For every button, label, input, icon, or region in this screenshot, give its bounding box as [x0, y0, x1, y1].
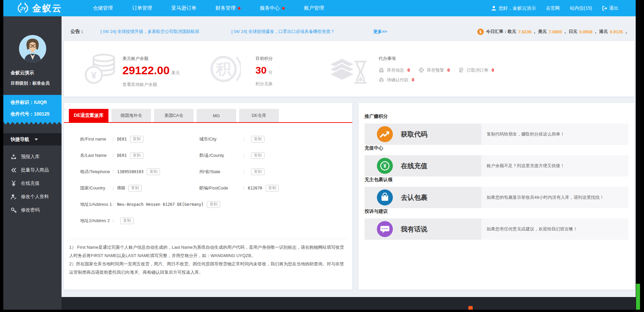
- sidebar-level: 目前级别：标准会员: [11, 80, 50, 86]
- menu-item-amazon-orders[interactable]: 亚马逊订单: [171, 5, 196, 11]
- greeting-text: 您好，金蚁云演示: [499, 5, 536, 11]
- sidebar-item-label: 修改密码: [21, 207, 40, 213]
- todo-label: 库存信息: [387, 67, 404, 73]
- logout-link[interactable]: 退出: [602, 5, 618, 11]
- menu-item-account[interactable]: 账户管理: [304, 5, 324, 11]
- field-value: Neu-Anspach Hessen 61267 DE[Germany]: [117, 202, 204, 207]
- menu-item-orders[interactable]: 订单管理: [132, 5, 152, 11]
- balance-unit: 美元: [171, 70, 180, 75]
- todo-label: 已取消订单: [467, 67, 488, 73]
- copy-button[interactable]: 复制: [207, 201, 220, 208]
- notification-dot: [282, 7, 285, 10]
- tab-mg-warehouse[interactable]: MG: [197, 109, 236, 122]
- menu-label: 财务管理: [216, 5, 236, 11]
- todo-item-pending-payment[interactable]: 待确认付款 0: [379, 77, 414, 83]
- menu-label: 亚马逊订单: [171, 5, 196, 11]
- sidebar-item-label: 修改个人资料: [21, 194, 49, 200]
- promo-header-recharge: 充值中心: [365, 145, 383, 151]
- field-value: 612670: [248, 186, 262, 190]
- rates-label: 今日汇率：: [486, 29, 508, 35]
- menu-item-finance[interactable]: 财务管理: [216, 5, 241, 11]
- user-greeting[interactable]: 您好，金蚁云演示: [491, 5, 536, 11]
- brand-logo-icon: JY: [17, 2, 29, 15]
- scrollbar-track[interactable]: [636, 0, 640, 312]
- points-exchange-link[interactable]: 积分兑换: [255, 81, 273, 87]
- navbar-right: 您好，金蚁云演示 去官网 站内信(15) 退出: [491, 5, 618, 11]
- announcement-more-link[interactable]: 更多>>: [373, 29, 387, 35]
- site-mail-link[interactable]: 站内信(15): [570, 5, 592, 11]
- menu-item-service-center[interactable]: 服务中心: [260, 5, 285, 11]
- key-icon: [11, 207, 17, 213]
- sidebar-item-batch-import[interactable]: 批量导入商品: [3, 163, 62, 177]
- promo-left: 获取代码: [365, 124, 481, 145]
- rate-separator: ，: [593, 29, 598, 35]
- tab-us-ca-warehouse[interactable]: 美国CA仓: [154, 109, 194, 122]
- promo-left: 去认包裹: [365, 187, 481, 208]
- promo-header-feedback: 投诉与建议: [365, 208, 388, 214]
- tab-de-warehouse[interactable]: DE仓库: [239, 109, 279, 122]
- copy-button[interactable]: 复制: [251, 152, 264, 159]
- receiver-info-block: 收件标识：IUIQR 收件代号：100125: [3, 95, 62, 122]
- copy-button[interactable]: 复制: [265, 185, 279, 191]
- field-county: 郡/县/County: 复制: [199, 147, 279, 163]
- announcement-link[interactable]: [ 04/ 24] 全球疫情爆发，口罩出口必须具备哪些资质？: [232, 29, 335, 35]
- page-footer: [3, 297, 636, 310]
- promo-header-unclaimed: 无主包裹认领: [365, 177, 393, 183]
- active-tab-underline: [64, 122, 352, 123]
- svg-text:¥: ¥: [384, 163, 387, 169]
- coins-icon: ¥: [85, 53, 117, 85]
- announcement-link[interactable]: [ 04/ 24] 全球疫情升级，多家航空公司取消国际航班: [100, 29, 200, 35]
- announcement-label: 公告：: [71, 29, 84, 35]
- promo-row-claim-parcel[interactable]: 去认包裹 如果您的包裹显示签收后48小时内没有入库，请到这里找找！: [365, 187, 628, 208]
- todo-item-inventory[interactable]: 库存信息 0: [379, 67, 410, 73]
- money-bag-icon: [379, 77, 384, 83]
- sidebar-item-edit-profile[interactable]: 修改个人资料: [3, 190, 62, 203]
- yen-icon: [11, 180, 17, 186]
- copy-button[interactable]: 复制: [120, 217, 134, 224]
- rate-separator: ，: [624, 29, 628, 35]
- tab-germany-warehouse[interactable]: 德国海外仓: [111, 109, 151, 122]
- brand[interactable]: JY 金蚁云: [17, 2, 62, 15]
- todo-count: 0: [412, 77, 414, 82]
- copy-button[interactable]: 复制: [251, 168, 264, 175]
- todo-count: 0: [447, 68, 450, 73]
- chevron-down-icon: [35, 139, 38, 141]
- copy-button[interactable]: 复制: [128, 185, 142, 191]
- menu-item-warehouse[interactable]: 仓储管理: [93, 5, 113, 11]
- promo-row-feedback[interactable]: 我有话说 如果您有任何意见或建议，欢迎给我们留言噢！: [365, 218, 628, 240]
- copy-button[interactable]: 复制: [130, 136, 143, 143]
- double-chevron-left-icon: [11, 167, 17, 173]
- sidebar-item-inbound-forecast[interactable]: 预报入库: [3, 150, 62, 163]
- todo-title: 代办事项: [379, 56, 502, 62]
- todo-item-cancelled-orders[interactable]: 已取消订单 0: [458, 67, 494, 73]
- sidebar-item-change-password[interactable]: 修改密码: [3, 203, 62, 217]
- field-colon: :: [112, 137, 117, 142]
- person-edit-icon: [11, 194, 17, 200]
- promo-desc: 如果您有任何意见或建议，欢迎给我们留言噢！: [487, 218, 577, 240]
- scrollbar-thumb[interactable]: [636, 284, 640, 310]
- field-colon: :: [243, 169, 248, 174]
- sidebar-username: 金蚁云演示: [11, 70, 34, 76]
- tab-de-return-warehouse[interactable]: DE退货重派库: [69, 109, 108, 122]
- official-site-link[interactable]: 去官网: [546, 5, 560, 11]
- menu-label: 仓储管理: [93, 5, 113, 11]
- promo-row-online-recharge[interactable]: ¥ 在线充值 账户余额不足？到这里充值方便又快捷！: [365, 155, 628, 176]
- account-overview-card: ¥ 美元账户余额 29122.00美元 查看其他账户余额 积 目前积分 30分 …: [64, 41, 634, 97]
- promo-row-get-code[interactable]: 获取代码 复制代码给朋友，赚取积分就这么简单！: [365, 124, 628, 145]
- field-value: DE01: [117, 137, 127, 142]
- todo-item-stock-alert[interactable]: 库存预警 0: [418, 67, 450, 73]
- field-colon: :: [112, 218, 117, 223]
- brand-name: 金蚁云: [32, 2, 62, 14]
- sidebar-item-online-recharge[interactable]: 在线充值: [3, 177, 62, 190]
- field-colon: :: [243, 153, 248, 158]
- announcement-bar: 公告： [ 04/ 24] 全球疫情升级，多家航空公司取消国际航班 [ 04/ …: [62, 27, 636, 36]
- field-colon: :: [243, 137, 248, 142]
- quick-nav-header[interactable]: 快捷导航: [3, 133, 62, 146]
- copy-button[interactable]: 复制: [251, 136, 264, 143]
- recharge-coin-icon: ¥: [377, 158, 393, 174]
- other-balances-link[interactable]: 查看其他账户余额: [122, 82, 180, 88]
- warehouse-notes: 1） First Name是通过完善个人账户信息自动生成的，Last Name为…: [69, 239, 347, 276]
- copy-button[interactable]: 复制: [147, 168, 160, 175]
- receiver-id: 收件标识：IUIQR: [11, 100, 62, 106]
- copy-button[interactable]: 复制: [130, 152, 143, 159]
